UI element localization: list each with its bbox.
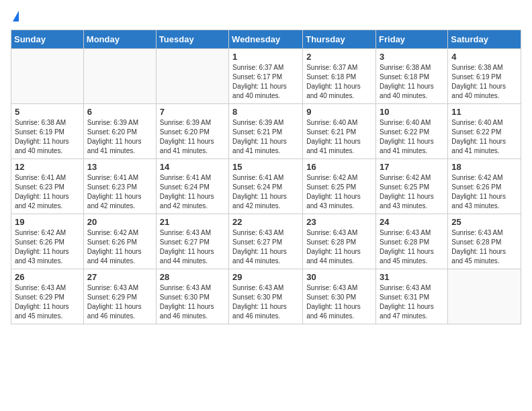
logo bbox=[11, 11, 19, 23]
calendar-day-cell: 23Sunrise: 6:43 AM Sunset: 6:28 PM Dayli… bbox=[303, 214, 376, 269]
calendar-day-cell bbox=[11, 49, 84, 104]
day-number: 12 bbox=[15, 162, 80, 172]
day-of-week-header: Thursday bbox=[303, 30, 376, 49]
day-info: Sunrise: 6:37 AM Sunset: 6:17 PM Dayligh… bbox=[232, 63, 299, 101]
day-number: 23 bbox=[306, 217, 372, 227]
day-number: 9 bbox=[306, 107, 372, 117]
calendar-day-cell: 28Sunrise: 6:43 AM Sunset: 6:30 PM Dayli… bbox=[156, 269, 228, 324]
calendar-table: SundayMondayTuesdayWednesdayThursdayFrid… bbox=[11, 30, 521, 324]
calendar-day-cell: 31Sunrise: 6:43 AM Sunset: 6:31 PM Dayli… bbox=[376, 269, 448, 324]
calendar-day-cell: 25Sunrise: 6:43 AM Sunset: 6:28 PM Dayli… bbox=[448, 214, 521, 269]
day-number: 11 bbox=[451, 107, 517, 117]
day-number: 14 bbox=[160, 162, 225, 172]
day-number: 6 bbox=[87, 107, 152, 117]
calendar-day-cell: 29Sunrise: 6:43 AM Sunset: 6:30 PM Dayli… bbox=[229, 269, 303, 324]
calendar-day-cell: 27Sunrise: 6:43 AM Sunset: 6:29 PM Dayli… bbox=[83, 269, 156, 324]
day-info: Sunrise: 6:43 AM Sunset: 6:28 PM Dayligh… bbox=[380, 228, 444, 266]
calendar-day-cell: 11Sunrise: 6:40 AM Sunset: 6:22 PM Dayli… bbox=[448, 104, 521, 159]
calendar-day-cell: 20Sunrise: 6:42 AM Sunset: 6:26 PM Dayli… bbox=[83, 214, 156, 269]
day-number: 25 bbox=[451, 217, 517, 227]
calendar-day-cell: 4Sunrise: 6:38 AM Sunset: 6:19 PM Daylig… bbox=[448, 49, 521, 104]
day-number: 22 bbox=[232, 217, 299, 227]
calendar-day-cell bbox=[83, 49, 156, 104]
day-number: 27 bbox=[87, 272, 152, 282]
day-number: 10 bbox=[380, 107, 444, 117]
calendar-day-cell bbox=[448, 269, 521, 324]
day-info: Sunrise: 6:38 AM Sunset: 6:18 PM Dayligh… bbox=[380, 63, 444, 101]
day-number: 30 bbox=[306, 272, 372, 282]
day-info: Sunrise: 6:41 AM Sunset: 6:23 PM Dayligh… bbox=[15, 173, 80, 211]
day-number: 1 bbox=[232, 52, 299, 62]
day-number: 28 bbox=[160, 272, 225, 282]
day-info: Sunrise: 6:39 AM Sunset: 6:20 PM Dayligh… bbox=[160, 118, 225, 156]
calendar-week-row: 19Sunrise: 6:42 AM Sunset: 6:26 PM Dayli… bbox=[11, 214, 521, 269]
day-info: Sunrise: 6:38 AM Sunset: 6:19 PM Dayligh… bbox=[451, 63, 517, 101]
calendar-day-cell: 30Sunrise: 6:43 AM Sunset: 6:30 PM Dayli… bbox=[303, 269, 376, 324]
day-info: Sunrise: 6:43 AM Sunset: 6:29 PM Dayligh… bbox=[15, 283, 80, 321]
day-info: Sunrise: 6:37 AM Sunset: 6:18 PM Dayligh… bbox=[306, 63, 372, 101]
day-info: Sunrise: 6:43 AM Sunset: 6:27 PM Dayligh… bbox=[160, 228, 225, 266]
day-info: Sunrise: 6:43 AM Sunset: 6:30 PM Dayligh… bbox=[232, 283, 299, 321]
day-number: 5 bbox=[15, 107, 80, 117]
day-info: Sunrise: 6:41 AM Sunset: 6:24 PM Dayligh… bbox=[232, 173, 299, 211]
day-info: Sunrise: 6:43 AM Sunset: 6:29 PM Dayligh… bbox=[87, 283, 152, 321]
calendar-day-cell: 16Sunrise: 6:42 AM Sunset: 6:25 PM Dayli… bbox=[303, 159, 376, 214]
day-number: 20 bbox=[87, 217, 152, 227]
calendar-day-cell: 22Sunrise: 6:43 AM Sunset: 6:27 PM Dayli… bbox=[229, 214, 303, 269]
day-number: 2 bbox=[306, 52, 372, 62]
calendar-week-row: 26Sunrise: 6:43 AM Sunset: 6:29 PM Dayli… bbox=[11, 269, 521, 324]
day-info: Sunrise: 6:40 AM Sunset: 6:21 PM Dayligh… bbox=[306, 118, 372, 156]
day-info: Sunrise: 6:40 AM Sunset: 6:22 PM Dayligh… bbox=[380, 118, 444, 156]
calendar-day-cell: 7Sunrise: 6:39 AM Sunset: 6:20 PM Daylig… bbox=[156, 104, 228, 159]
calendar-day-cell: 19Sunrise: 6:42 AM Sunset: 6:26 PM Dayli… bbox=[11, 214, 84, 269]
day-info: Sunrise: 6:42 AM Sunset: 6:25 PM Dayligh… bbox=[380, 173, 444, 211]
day-info: Sunrise: 6:43 AM Sunset: 6:28 PM Dayligh… bbox=[451, 228, 517, 266]
calendar-day-cell: 6Sunrise: 6:39 AM Sunset: 6:20 PM Daylig… bbox=[83, 104, 156, 159]
day-number: 8 bbox=[232, 107, 299, 117]
day-of-week-header: Sunday bbox=[11, 30, 84, 49]
calendar-day-cell: 26Sunrise: 6:43 AM Sunset: 6:29 PM Dayli… bbox=[11, 269, 84, 324]
day-number: 16 bbox=[306, 162, 372, 172]
day-info: Sunrise: 6:39 AM Sunset: 6:21 PM Dayligh… bbox=[232, 118, 299, 156]
calendar-day-cell: 15Sunrise: 6:41 AM Sunset: 6:24 PM Dayli… bbox=[229, 159, 303, 214]
day-info: Sunrise: 6:43 AM Sunset: 6:30 PM Dayligh… bbox=[160, 283, 225, 321]
day-number: 3 bbox=[380, 52, 444, 62]
logo-triangle-icon bbox=[13, 11, 19, 21]
calendar-week-row: 5Sunrise: 6:38 AM Sunset: 6:19 PM Daylig… bbox=[11, 104, 521, 159]
day-number: 24 bbox=[380, 217, 444, 227]
day-number: 19 bbox=[15, 217, 80, 227]
calendar-day-cell: 10Sunrise: 6:40 AM Sunset: 6:22 PM Dayli… bbox=[376, 104, 448, 159]
day-info: Sunrise: 6:42 AM Sunset: 6:26 PM Dayligh… bbox=[87, 228, 152, 266]
day-info: Sunrise: 6:43 AM Sunset: 6:27 PM Dayligh… bbox=[232, 228, 299, 266]
day-number: 31 bbox=[380, 272, 444, 282]
day-number: 7 bbox=[160, 107, 225, 117]
calendar-day-cell: 12Sunrise: 6:41 AM Sunset: 6:23 PM Dayli… bbox=[11, 159, 84, 214]
day-number: 17 bbox=[380, 162, 444, 172]
calendar-day-cell: 5Sunrise: 6:38 AM Sunset: 6:19 PM Daylig… bbox=[11, 104, 84, 159]
calendar-day-cell: 18Sunrise: 6:42 AM Sunset: 6:26 PM Dayli… bbox=[448, 159, 521, 214]
day-info: Sunrise: 6:41 AM Sunset: 6:23 PM Dayligh… bbox=[87, 173, 152, 211]
day-info: Sunrise: 6:42 AM Sunset: 6:26 PM Dayligh… bbox=[451, 173, 517, 211]
calendar-day-cell: 3Sunrise: 6:38 AM Sunset: 6:18 PM Daylig… bbox=[376, 49, 448, 104]
day-info: Sunrise: 6:41 AM Sunset: 6:24 PM Dayligh… bbox=[160, 173, 225, 211]
day-of-week-header: Monday bbox=[83, 30, 156, 49]
calendar-day-cell: 13Sunrise: 6:41 AM Sunset: 6:23 PM Dayli… bbox=[83, 159, 156, 214]
day-of-week-header: Saturday bbox=[448, 30, 521, 49]
day-info: Sunrise: 6:40 AM Sunset: 6:22 PM Dayligh… bbox=[451, 118, 517, 156]
calendar-week-row: 1Sunrise: 6:37 AM Sunset: 6:17 PM Daylig… bbox=[11, 49, 521, 104]
day-number: 18 bbox=[451, 162, 517, 172]
day-info: Sunrise: 6:38 AM Sunset: 6:19 PM Dayligh… bbox=[15, 118, 80, 156]
page-header bbox=[11, 11, 521, 23]
calendar-week-row: 12Sunrise: 6:41 AM Sunset: 6:23 PM Dayli… bbox=[11, 159, 521, 214]
day-number: 29 bbox=[232, 272, 299, 282]
calendar-header-row: SundayMondayTuesdayWednesdayThursdayFrid… bbox=[11, 30, 521, 49]
day-info: Sunrise: 6:43 AM Sunset: 6:31 PM Dayligh… bbox=[380, 283, 444, 321]
calendar-day-cell: 14Sunrise: 6:41 AM Sunset: 6:24 PM Dayli… bbox=[156, 159, 228, 214]
calendar-day-cell: 1Sunrise: 6:37 AM Sunset: 6:17 PM Daylig… bbox=[229, 49, 303, 104]
day-of-week-header: Tuesday bbox=[156, 30, 228, 49]
calendar-day-cell: 2Sunrise: 6:37 AM Sunset: 6:18 PM Daylig… bbox=[303, 49, 376, 104]
day-info: Sunrise: 6:43 AM Sunset: 6:30 PM Dayligh… bbox=[306, 283, 372, 321]
calendar-day-cell: 21Sunrise: 6:43 AM Sunset: 6:27 PM Dayli… bbox=[156, 214, 228, 269]
calendar-day-cell: 8Sunrise: 6:39 AM Sunset: 6:21 PM Daylig… bbox=[229, 104, 303, 159]
day-of-week-header: Wednesday bbox=[229, 30, 303, 49]
